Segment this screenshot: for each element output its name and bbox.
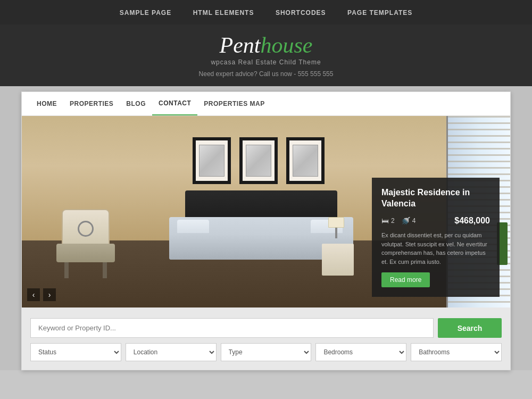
site-logo: Penthouse	[0, 34, 532, 56]
nav-contact[interactable]: CONTACT	[152, 92, 197, 115]
filter-row: Status For Sale For Rent Location Valenc…	[30, 343, 502, 361]
slider-prev-arrow[interactable]: ‹	[27, 288, 40, 301]
property-overlay: Majestic Residence in Valencia 🛏 2 🚿 4 $…	[372, 178, 500, 297]
baths-count: 4	[412, 217, 416, 225]
frame-art-2	[246, 145, 271, 177]
nightstand	[322, 244, 354, 276]
nav-home[interactable]: HOME	[30, 93, 63, 115]
frame-3	[286, 137, 325, 184]
search-button[interactable]: Search	[438, 318, 502, 338]
lamp-shade	[328, 217, 344, 228]
frame-art-3	[293, 145, 318, 177]
beds-stat: 🛏 2	[381, 217, 395, 225]
beds-count: 2	[391, 217, 395, 225]
property-icons: 🛏 2 🚿 4	[381, 217, 415, 225]
top-nav-page-templates[interactable]: PAGE TEMPLATES	[347, 9, 412, 16]
main-wrapper: HOME PROPERTIES BLOG CONTACT PROPERTIES …	[0, 86, 532, 370]
top-nav: SAMPLE PAGE HTML ELEMENTS SHORTCODES PAG…	[0, 0, 532, 24]
hero-slider: ‹ › Majestic Residence in Valencia 🛏 2 🚿…	[22, 116, 510, 307]
bedrooms-filter[interactable]: Bedrooms 1 2 3 4+	[315, 343, 406, 361]
search-section: Search Status For Sale For Rent Location…	[22, 307, 510, 370]
site-tagline: wpcasa Real Estate Child Theme	[0, 59, 532, 66]
search-input[interactable]	[30, 318, 434, 338]
frame-1	[193, 137, 231, 184]
read-more-button[interactable]: Read more	[381, 272, 430, 287]
property-title: Majestic Residence in Valencia	[381, 187, 490, 210]
site-header: Penthouse wpcasa Real Estate Child Theme…	[0, 24, 532, 86]
location-filter[interactable]: Location Valencia Madrid Barcelona	[126, 343, 217, 361]
bed-icon: 🛏	[381, 217, 389, 225]
top-nav-html-elements[interactable]: HTML ELEMENTS	[193, 9, 254, 16]
top-nav-shortcodes[interactable]: SHORTCODES	[276, 9, 326, 16]
frame-art-1	[199, 145, 225, 177]
baths-stat: 🚿 4	[401, 217, 416, 225]
lamp-stem	[335, 228, 337, 238]
frames-container	[193, 137, 325, 184]
chair-seat	[56, 244, 115, 262]
status-filter[interactable]: Status For Sale For Rent	[30, 343, 121, 361]
frame-inner-3	[289, 140, 321, 181]
frame-inner-2	[243, 140, 275, 181]
type-filter[interactable]: Type House Apartment Villa	[221, 343, 312, 361]
search-row: Search	[30, 318, 502, 338]
chair-leg-left	[64, 262, 69, 278]
chair-leg-right	[103, 262, 107, 278]
frame-inner-1	[196, 140, 228, 181]
logo-pent: Pent	[220, 33, 261, 57]
lamp	[328, 217, 344, 244]
site-phone: Need expert advice? Call us now - 555 55…	[0, 70, 532, 78]
frame-2	[239, 137, 278, 184]
chair-back-circle	[78, 221, 94, 237]
property-price: $468,000	[454, 216, 490, 226]
chair-back	[62, 209, 110, 246]
nav-properties[interactable]: PROPERTIES	[63, 93, 120, 115]
bath-icon: 🚿	[401, 217, 410, 225]
nav-blog[interactable]: BLOG	[120, 93, 152, 115]
top-nav-sample-page[interactable]: SAMPLE PAGE	[120, 9, 171, 16]
chair	[54, 209, 118, 278]
slider-next-arrow[interactable]: ›	[43, 288, 56, 301]
property-stats: 🛏 2 🚿 4 $468,000	[381, 216, 490, 226]
secondary-nav: HOME PROPERTIES BLOG CONTACT PROPERTIES …	[22, 92, 510, 116]
logo-house: house	[260, 33, 312, 57]
bathrooms-filter[interactable]: Bathrooms 1 2 3 4+	[411, 343, 502, 361]
content-card: HOME PROPERTIES BLOG CONTACT PROPERTIES …	[21, 92, 511, 370]
nav-properties-map[interactable]: PROPERTIES MAP	[197, 93, 271, 115]
property-description: Ex dicant dissentiet est, per cu quidam …	[381, 231, 490, 266]
